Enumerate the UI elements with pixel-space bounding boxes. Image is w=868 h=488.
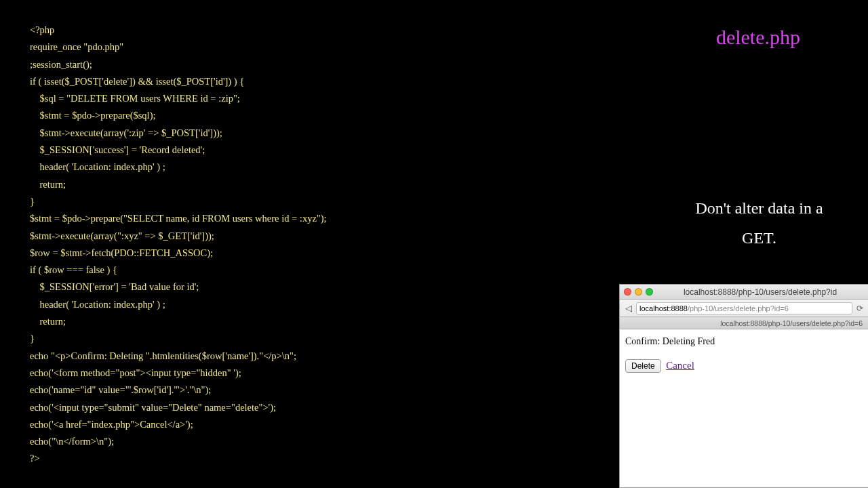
back-icon[interactable]: ◁ xyxy=(623,303,633,313)
url-path: /php-10/users/delete.php?id=6 xyxy=(688,304,789,312)
page-content: Confirm: Deleting Fred Delete Cancel xyxy=(620,329,868,380)
url-field[interactable]: localhost:8888/php-10/users/delete.php?i… xyxy=(636,302,852,314)
window-title: localhost:8888/php-10/users/delete.php?i… xyxy=(656,287,864,297)
url-host: localhost:8888 xyxy=(639,304,688,312)
file-title: delete.php xyxy=(716,26,800,49)
minimize-icon[interactable] xyxy=(635,288,642,296)
zoom-icon[interactable] xyxy=(646,288,653,296)
refresh-icon[interactable]: ⟳ xyxy=(855,304,865,313)
php-code: <?php require_once "pdo.php" ;session_st… xyxy=(30,22,327,468)
tab-bar[interactable]: localhost:8888/php-10/users/delete.php?i… xyxy=(620,317,868,329)
close-icon[interactable] xyxy=(624,288,631,296)
confirm-text: Confirm: Deleting Fred xyxy=(625,336,863,347)
slide-caption: Don't alter data in a GET. xyxy=(679,193,839,253)
url-bar: ◁ localhost:8888/php-10/users/delete.php… xyxy=(620,300,868,317)
delete-button[interactable]: Delete xyxy=(625,359,661,373)
window-titlebar: localhost:8888/php-10/users/delete.php?i… xyxy=(620,285,868,300)
browser-window: localhost:8888/php-10/users/delete.php?i… xyxy=(619,284,868,488)
cancel-link[interactable]: Cancel xyxy=(666,360,694,371)
